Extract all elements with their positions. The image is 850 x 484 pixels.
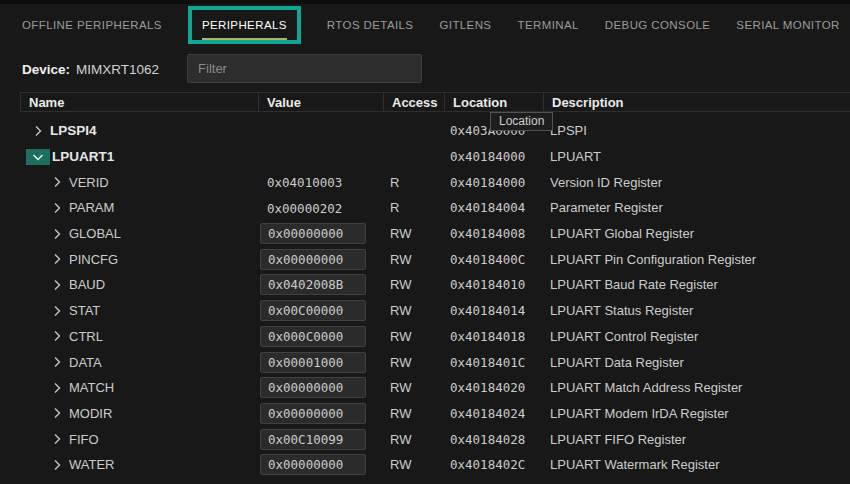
register-location: 0x40184000 bbox=[443, 175, 542, 190]
register-value-input[interactable]: 0x000C0000 bbox=[260, 326, 366, 347]
tab-debug-console[interactable]: DEBUG CONSOLE bbox=[605, 4, 711, 45]
register-access: RW bbox=[382, 303, 443, 318]
table-row[interactable]: MATCH 0x00000000 RW 0x40184020 LPUART Ma… bbox=[20, 375, 850, 401]
register-name-cell: CTRL bbox=[20, 328, 257, 344]
register-value: 0x00000202 bbox=[259, 201, 342, 216]
register-location: 0x40184004 bbox=[443, 200, 542, 215]
register-description: LPUART Status Register bbox=[542, 303, 850, 318]
device-toolbar: Device:MIMXRT1062 bbox=[0, 45, 850, 92]
device-name: MIMXRT1062 bbox=[76, 62, 159, 77]
register-value-input[interactable]: 0x00000000 bbox=[260, 249, 366, 270]
table-row[interactable]: MODIR 0x00000000 RW 0x40184024 LPUART Mo… bbox=[20, 401, 850, 427]
register-name-cell: BAUD bbox=[20, 277, 257, 293]
chevron-right-icon[interactable] bbox=[49, 380, 65, 396]
register-value-cell: 0x000C0000 bbox=[257, 326, 382, 347]
register-description: LPUART Control Register bbox=[542, 329, 850, 344]
table-row[interactable]: LPUART1 0x40184000 LPUART bbox=[20, 144, 850, 170]
chevron-right-icon[interactable] bbox=[49, 174, 65, 190]
table-row[interactable]: BAUD 0x0402008B RW 0x40184010 LPUART Bau… bbox=[20, 272, 850, 298]
chevron-right-icon[interactable] bbox=[49, 226, 65, 242]
register-access: RW bbox=[382, 457, 443, 472]
register-access: RW bbox=[382, 252, 443, 267]
table-row[interactable]: DATA 0x00001000 RW 0x4018401C LPUART Dat… bbox=[20, 349, 850, 375]
tab-gitlens[interactable]: GITLENS bbox=[439, 4, 491, 45]
register-location: 0x40184018 bbox=[443, 329, 542, 344]
register-description: Parameter Register bbox=[542, 200, 850, 215]
register-value: 0x04010003 bbox=[259, 175, 342, 190]
registers-table: NameValueAccessLocationDescription LPSPI… bbox=[20, 92, 850, 484]
column-header-access[interactable]: Access bbox=[383, 93, 444, 111]
tab-terminal[interactable]: TERMINAL bbox=[517, 4, 578, 45]
chevron-right-icon[interactable] bbox=[49, 457, 65, 473]
column-header-value[interactable]: Value bbox=[258, 93, 383, 111]
table-header-row: NameValueAccessLocationDescription bbox=[20, 92, 850, 112]
register-value-input[interactable]: 0x00000000 bbox=[260, 403, 366, 424]
chevron-right-icon[interactable] bbox=[49, 431, 65, 447]
register-name: GLOBAL bbox=[69, 226, 121, 241]
register-name-cell: MODIR bbox=[20, 405, 257, 421]
tab-serial-monitor[interactable]: SERIAL MONITOR bbox=[736, 4, 839, 45]
tab-label: GITLENS bbox=[439, 19, 491, 31]
register-value-input[interactable]: 0x00C10099 bbox=[260, 429, 366, 450]
table-row[interactable]: LPUART2 0x40188000 bbox=[20, 478, 850, 484]
tab-label: OFFLINE PERIPHERALS bbox=[22, 19, 162, 31]
register-name-cell: STAT bbox=[20, 303, 257, 319]
chevron-right-icon[interactable] bbox=[49, 200, 65, 216]
register-value-input[interactable]: 0x00000000 bbox=[260, 377, 366, 398]
register-value-cell: 0x00C00000 bbox=[257, 300, 382, 321]
table-row[interactable]: WATER 0x00000000 RW 0x4018402C LPUART Wa… bbox=[20, 452, 850, 478]
register-value-input[interactable]: 0x00000000 bbox=[260, 454, 366, 475]
register-name: LPUART1 bbox=[52, 149, 114, 164]
register-description: LPUART Data Register bbox=[542, 355, 850, 370]
register-location: 0x4018400C bbox=[443, 252, 542, 267]
table-row[interactable]: STAT 0x00C00000 RW 0x40184014 LPUART Sta… bbox=[20, 298, 850, 324]
register-location: 0x40184010 bbox=[443, 277, 542, 292]
register-access: RW bbox=[382, 432, 443, 447]
table-row[interactable]: PARAM 0x00000202 R 0x40184004 Parameter … bbox=[20, 195, 850, 221]
register-access: RW bbox=[382, 380, 443, 395]
chevron-right-icon[interactable] bbox=[30, 123, 46, 139]
chevron-right-icon[interactable] bbox=[49, 354, 65, 370]
table-row[interactable]: GLOBAL 0x00000000 RW 0x40184008 LPUART G… bbox=[20, 221, 850, 247]
register-location: 0x4018401C bbox=[443, 355, 542, 370]
column-header-name[interactable]: Name bbox=[21, 93, 258, 111]
register-name-cell: PARAM bbox=[20, 200, 257, 216]
register-name: LPSPI4 bbox=[50, 123, 97, 138]
register-name-cell: LPSPI4 bbox=[20, 123, 257, 139]
register-location: 0x4018402C bbox=[443, 457, 542, 472]
chevron-right-icon[interactable] bbox=[49, 405, 65, 421]
table-row[interactable]: PINCFG 0x00000000 RW 0x4018400C LPUART P… bbox=[20, 246, 850, 272]
table-row[interactable]: VERID 0x04010003 R 0x40184000 Version ID… bbox=[20, 169, 850, 195]
register-value-cell: 0x00000000 bbox=[257, 377, 382, 398]
register-name: VERID bbox=[69, 175, 109, 190]
tab-offline-peripherals[interactable]: OFFLINE PERIPHERALS bbox=[22, 4, 162, 45]
register-value-input[interactable]: 0x00C00000 bbox=[260, 300, 366, 321]
filter-input[interactable] bbox=[187, 54, 422, 83]
register-value-cell: 0x04010003 bbox=[257, 173, 382, 191]
tab-peripherals[interactable]: PERIPHERALS bbox=[188, 6, 301, 44]
chevron-down-icon[interactable] bbox=[30, 149, 46, 165]
register-name: FIFO bbox=[69, 432, 99, 447]
chevron-right-icon[interactable] bbox=[49, 251, 65, 267]
chevron-right-icon[interactable] bbox=[49, 303, 65, 319]
register-name-cell: LPUART1 bbox=[20, 149, 257, 165]
chevron-right-icon[interactable] bbox=[49, 277, 65, 293]
register-description: LPUART Pin Configuration Register bbox=[542, 252, 850, 267]
column-header-description[interactable]: Description bbox=[543, 93, 850, 111]
panel-tab-bar: OFFLINE PERIPHERALSPERIPHERALSRTOS DETAI… bbox=[0, 4, 850, 45]
register-value-input[interactable]: 0x0402008B bbox=[260, 274, 366, 295]
register-description: LPUART Global Register bbox=[542, 226, 850, 241]
register-name-cell: MATCH bbox=[20, 380, 257, 396]
register-value-input[interactable]: 0x00001000 bbox=[260, 352, 366, 373]
tab-rtos-details[interactable]: RTOS DETAILS bbox=[327, 4, 414, 45]
register-name-cell: GLOBAL bbox=[20, 226, 257, 242]
chevron-right-icon[interactable] bbox=[49, 328, 65, 344]
table-row[interactable]: LPSPI4 0x403A0000 LPSPI bbox=[20, 118, 850, 144]
register-value-cell: 0x00001000 bbox=[257, 352, 382, 373]
register-value-input[interactable]: 0x00000000 bbox=[260, 223, 366, 244]
table-row[interactable]: FIFO 0x00C10099 RW 0x40184028 LPUART FIF… bbox=[20, 426, 850, 452]
register-name: CTRL bbox=[69, 329, 103, 344]
column-header-location[interactable]: Location bbox=[444, 93, 543, 111]
register-access: RW bbox=[382, 226, 443, 241]
table-row[interactable]: CTRL 0x000C0000 RW 0x40184018 LPUART Con… bbox=[20, 324, 850, 350]
